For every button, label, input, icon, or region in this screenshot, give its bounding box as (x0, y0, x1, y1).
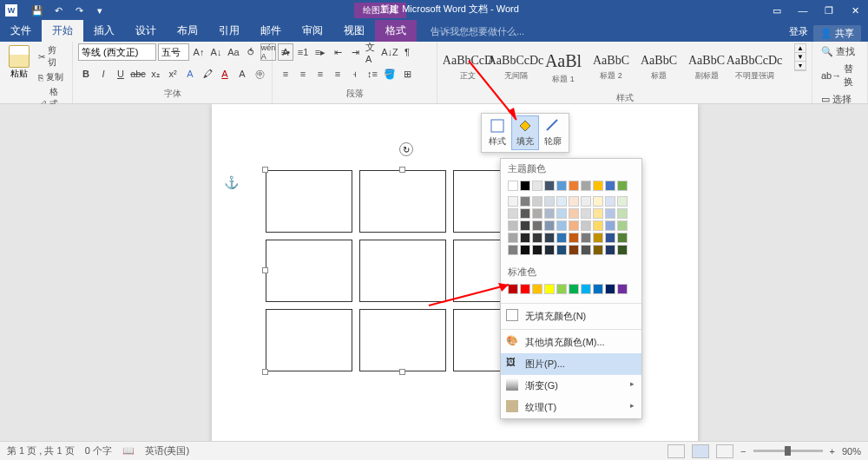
texture-menuitem[interactable]: 纹理(T)▸ (501, 397, 641, 418)
enclose-char-button[interactable]: ㊥ (252, 65, 267, 82)
color-swatch[interactable] (556, 181, 567, 191)
color-swatch[interactable] (593, 220, 603, 231)
color-swatch[interactable] (569, 245, 579, 255)
color-swatch[interactable] (605, 233, 615, 243)
superscript-button[interactable]: x² (165, 65, 181, 82)
color-swatch[interactable] (581, 245, 591, 255)
selection-handle[interactable] (262, 167, 268, 173)
save-button[interactable]: 💾 (28, 2, 47, 19)
color-swatch[interactable] (520, 181, 530, 191)
table-cell[interactable] (266, 240, 352, 302)
char-shading-button[interactable]: A (234, 65, 250, 82)
color-swatch[interactable] (544, 245, 555, 255)
color-swatch[interactable] (581, 196, 591, 207)
color-swatch[interactable] (520, 208, 530, 219)
grow-font-button[interactable]: A↑ (191, 43, 207, 61)
gallery-down[interactable]: ▼ (795, 53, 806, 62)
tab-references[interactable]: 引用 (208, 20, 250, 42)
color-swatch[interactable] (569, 284, 579, 294)
selection-handle[interactable] (262, 369, 268, 375)
color-swatch[interactable] (605, 196, 615, 207)
table-cell[interactable] (359, 309, 446, 371)
color-swatch[interactable] (593, 284, 603, 294)
zoom-out-button[interactable]: − (740, 446, 746, 457)
strikethrough-button[interactable]: abc (130, 65, 146, 82)
clear-formatting-button[interactable]: ⥀ (243, 43, 259, 61)
font-name-combo[interactable]: 等线 (西文正) (78, 43, 156, 61)
color-swatch[interactable] (556, 284, 567, 294)
color-swatch[interactable] (544, 196, 555, 207)
print-layout-button[interactable] (692, 444, 709, 458)
gradient-menuitem[interactable]: 渐变(G)▸ (501, 375, 641, 397)
color-swatch[interactable] (532, 220, 542, 231)
color-swatch[interactable] (581, 284, 591, 294)
tab-format[interactable]: 格式 (375, 20, 417, 42)
color-swatch[interactable] (532, 245, 542, 255)
redo-button[interactable]: ↷ (69, 2, 89, 19)
selection-handle[interactable] (399, 167, 405, 173)
gallery-more[interactable]: ▾ (795, 62, 806, 70)
style-item[interactable]: AaBbC标题 2 (588, 45, 635, 90)
login-link[interactable]: 登录 (789, 25, 808, 42)
change-case-button[interactable]: Aa (226, 43, 241, 61)
style-item[interactable]: AaBbCcD正文 (444, 45, 491, 90)
gallery-scroll[interactable]: ▲ ▼ ▾ (794, 43, 806, 71)
selection-handle[interactable] (262, 267, 268, 273)
qat-customize[interactable]: ▾ (90, 2, 109, 19)
color-swatch[interactable] (556, 220, 567, 231)
table-cell[interactable] (266, 170, 352, 233)
minimize-button[interactable]: — (790, 0, 816, 21)
color-swatch[interactable] (520, 284, 530, 294)
italic-button[interactable]: I (95, 65, 111, 82)
color-swatch[interactable] (544, 220, 555, 231)
color-swatch[interactable] (617, 245, 628, 255)
color-swatch[interactable] (581, 220, 591, 231)
mini-fill-button[interactable]: 填充 (511, 115, 539, 150)
find-button[interactable]: 🔍 查找 (818, 43, 862, 60)
color-swatch[interactable] (508, 245, 518, 255)
color-swatch[interactable] (556, 208, 567, 219)
close-button[interactable]: ✕ (842, 0, 868, 21)
color-swatch[interactable] (544, 233, 555, 243)
spellcheck-icon[interactable]: 📖 (122, 445, 135, 457)
color-swatch[interactable] (508, 181, 518, 191)
copy-button[interactable]: ⎘ 复制 (36, 70, 67, 84)
no-fill-menuitem[interactable]: 无填充颜色(N) (501, 306, 641, 327)
color-swatch[interactable] (508, 284, 518, 294)
style-item[interactable]: AaBl标题 1 (540, 45, 587, 90)
color-swatch[interactable] (605, 245, 615, 255)
document-canvas[interactable]: ⚓ ↻ (0, 104, 868, 441)
color-swatch[interactable] (508, 233, 518, 243)
color-swatch[interactable] (532, 284, 542, 294)
color-swatch[interactable] (532, 208, 542, 219)
subscript-button[interactable]: x₂ (148, 65, 163, 82)
replace-button[interactable]: ab→ 替换 (818, 61, 862, 90)
underline-button[interactable]: U (113, 65, 128, 82)
table-cell[interactable] (359, 170, 446, 233)
page-indicator[interactable]: 第 1 页 , 共 1 页 (7, 444, 75, 457)
style-item[interactable]: AaBbCcDc无间隔 (492, 45, 539, 90)
word-count[interactable]: 0 个字 (85, 444, 112, 457)
style-item[interactable]: AaBbC副标题 (683, 45, 730, 90)
bullets-button[interactable]: ≡• (278, 43, 293, 61)
color-swatch[interactable] (544, 208, 555, 219)
color-swatch[interactable] (617, 196, 628, 207)
align-center-button[interactable]: ≡ (295, 65, 311, 82)
shading-button[interactable]: 🪣 (382, 65, 398, 82)
mini-outline-button[interactable]: 轮廓 (539, 115, 567, 150)
color-swatch[interactable] (617, 208, 628, 219)
tab-insert[interactable]: 插入 (83, 20, 125, 42)
paste-button[interactable]: 粘贴 (5, 43, 33, 82)
tab-home[interactable]: 开始 (42, 20, 83, 42)
color-swatch[interactable] (569, 233, 579, 243)
tab-view[interactable]: 视图 (333, 20, 375, 42)
tab-mailings[interactable]: 邮件 (250, 20, 292, 42)
color-swatch[interactable] (532, 181, 542, 191)
align-left-button[interactable]: ≡ (278, 65, 293, 82)
color-swatch[interactable] (581, 181, 591, 191)
color-swatch[interactable] (605, 208, 615, 219)
style-item[interactable]: AaBbCcDc不明显强调 (731, 45, 778, 90)
restore-button[interactable]: ❐ (816, 0, 842, 21)
color-swatch[interactable] (532, 233, 542, 243)
color-swatch[interactable] (508, 196, 518, 207)
